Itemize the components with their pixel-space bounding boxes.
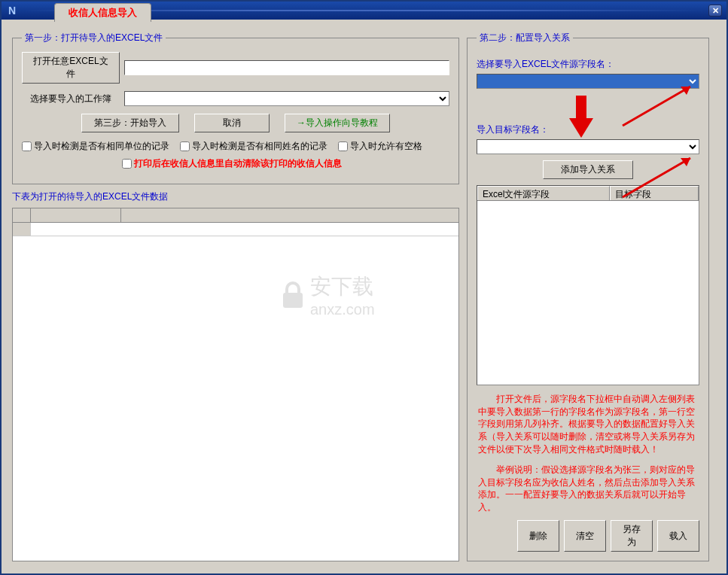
check-clear-label: 打印后在收信人信息里自动清除该打印的收信人信息 — [134, 157, 342, 170]
load-button[interactable]: 载入 — [657, 520, 699, 552]
source-field-label: 选择要导入EXCEL文件源字段名： — [477, 58, 699, 71]
check-clear-wrap[interactable]: 打印后在收信人信息里自动清除该打印的收信人信息 — [122, 157, 342, 170]
check-blank-wrap[interactable]: 导入时允许有空格 — [338, 140, 422, 153]
target-field-select[interactable] — [477, 139, 699, 154]
cancel-button[interactable]: 取消 — [194, 114, 270, 132]
step2-fieldset: 第二步：配置导入关系 选择要导入EXCEL文件源字段名： 导入目标字段名： 添加… — [467, 32, 709, 561]
grid-row — [13, 223, 458, 236]
saveas-button[interactable]: 另存为 — [611, 520, 653, 552]
source-field-select[interactable] — [477, 74, 699, 89]
mapping-header: Excel文件源字段 目标字段 — [477, 186, 699, 201]
step2-legend: 第二步：配置导入关系 — [477, 32, 573, 44]
check-name-label: 导入时检测是否有相同姓名的记录 — [192, 140, 327, 153]
app-logo-icon: N — [5, 5, 20, 17]
clear-button[interactable]: 清空 — [564, 520, 606, 552]
mapping-table[interactable]: Excel文件源字段 目标字段 — [477, 185, 699, 385]
check-unit-wrap[interactable]: 导入时检测是否有相同单位的记录 — [22, 140, 169, 153]
target-field-label: 导入目标字段名： — [477, 123, 699, 136]
col-target: 目标字段 — [610, 186, 699, 200]
start-import-button[interactable]: 第三步：开始导入 — [81, 114, 179, 132]
left-column: 第一步：打开待导入的EXCEL文件 打开任意EXCEL文件 选择要导入的工作簿 … — [12, 32, 459, 561]
sheet-label: 选择要导入的工作簿 — [22, 93, 120, 105]
add-mapping-button[interactable]: 添加导入关系 — [543, 160, 633, 179]
sheet-select[interactable] — [124, 91, 449, 106]
check-unit-label: 导入时检测是否有相同单位的记录 — [34, 140, 169, 153]
mapping-body — [477, 201, 699, 385]
window-frame: N 收信人信息导入 ✕ 第一步：打开待导入的EXCEL文件 打开任意EXCEL文… — [0, 0, 728, 575]
check-name[interactable] — [180, 141, 190, 151]
delete-button[interactable]: 删除 — [517, 520, 559, 552]
check-unit[interactable] — [22, 141, 32, 151]
right-column: 第二步：配置导入关系 选择要导入EXCEL文件源字段名： 导入目标字段名： 添加… — [467, 32, 709, 561]
close-icon: ✕ — [712, 6, 719, 16]
check-blank[interactable] — [338, 141, 348, 151]
check-clear[interactable] — [122, 159, 132, 169]
grid-header — [13, 208, 458, 223]
titlebar: N 收信人信息导入 ✕ — [2, 2, 726, 20]
help-text-2: 举例说明：假设选择源字段名为张三，则对应的导入目标字段名应为收信人姓名，然后点击… — [477, 464, 699, 514]
window-title: 收信人信息导入 — [54, 3, 151, 22]
step1-legend: 第一步：打开待导入的EXCEL文件 — [22, 32, 166, 44]
step1-fieldset: 第一步：打开待导入的EXCEL文件 打开任意EXCEL文件 选择要导入的工作簿 … — [12, 32, 459, 184]
excel-path-input[interactable] — [124, 60, 449, 75]
help-text-1: 打开文件后，源字段名下拉框中自动调入左侧列表中要导入数据第一行的字段名作为源字段… — [477, 393, 699, 456]
main-content: 第一步：打开待导入的EXCEL文件 打开任意EXCEL文件 选择要导入的工作簿 … — [2, 20, 726, 573]
wizard-button[interactable]: →导入操作向导教程 — [285, 114, 390, 132]
check-name-wrap[interactable]: 导入时检测是否有相同姓名的记录 — [180, 140, 327, 153]
col-source: Excel文件源字段 — [477, 186, 610, 200]
check-blank-label: 导入时允许有空格 — [350, 140, 422, 153]
left-table-caption: 下表为打开的待导入的EXCEL文件数据 — [12, 190, 459, 203]
open-excel-button[interactable]: 打开任意EXCEL文件 — [22, 52, 120, 84]
close-button[interactable]: ✕ — [708, 5, 722, 17]
excel-data-grid[interactable] — [12, 208, 459, 561]
